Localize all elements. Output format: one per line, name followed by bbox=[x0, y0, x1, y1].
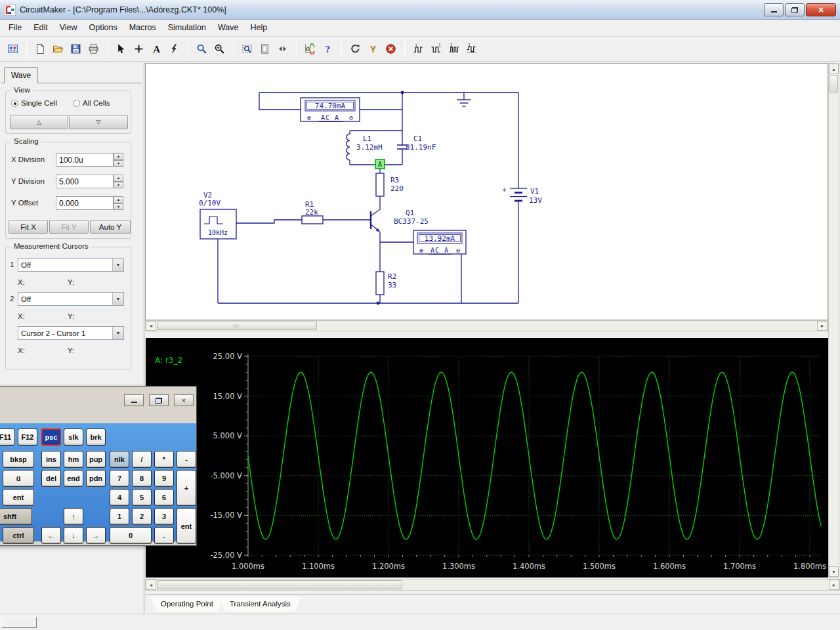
key-.[interactable]: . bbox=[154, 527, 174, 544]
key-3[interactable]: 3 bbox=[154, 508, 174, 525]
schematic-h-scrollbar[interactable]: ◄ ► bbox=[145, 320, 828, 331]
dropdown-arrow-icon[interactable]: ▼ bbox=[112, 259, 123, 271]
key-pup[interactable]: pup bbox=[86, 451, 106, 468]
key--[interactable]: - bbox=[177, 451, 196, 468]
keyboard-minimize-button[interactable] bbox=[124, 394, 144, 406]
y-offset-input[interactable]: 0.000 bbox=[56, 196, 114, 210]
key-nlk[interactable]: nlk bbox=[110, 451, 129, 468]
key-1[interactable]: 1 bbox=[110, 508, 129, 525]
dropdown-arrow-icon[interactable]: ▼ bbox=[112, 293, 123, 305]
y-division-input[interactable]: 5.000 bbox=[56, 175, 114, 188]
keyboard-close-button[interactable]: × bbox=[174, 394, 194, 406]
schematic-canvas[interactable]: 74.70mA ⊕ AC A ⊖ 13.92mA ⊕ AC A ⊖ L1 3.1… bbox=[146, 64, 828, 320]
key-end[interactable]: end bbox=[64, 470, 83, 487]
menu-item-wave[interactable]: Wave bbox=[212, 20, 245, 36]
key-→[interactable]: → bbox=[86, 527, 106, 544]
key-ent[interactable]: ent bbox=[3, 489, 34, 506]
key-brk[interactable]: brk bbox=[86, 429, 106, 446]
key-9[interactable]: 9 bbox=[154, 470, 174, 487]
spin-down-button[interactable]: ▼ bbox=[114, 160, 123, 167]
scroll-right-button[interactable]: ► bbox=[829, 579, 839, 590]
toolbar-pan-button[interactable] bbox=[274, 40, 291, 58]
key-hm[interactable]: hm bbox=[64, 451, 83, 468]
key-pdn[interactable]: pdn bbox=[86, 470, 106, 487]
scroll-right-button[interactable]: ► bbox=[817, 321, 828, 331]
battery-v1[interactable] bbox=[510, 188, 527, 201]
close-button[interactable]: × bbox=[806, 3, 836, 16]
toolbar-reset-simulation-button[interactable] bbox=[346, 40, 364, 58]
key-↑[interactable]: ↑ bbox=[64, 508, 83, 525]
resistor-r1[interactable] bbox=[302, 216, 323, 224]
auto-y-button[interactable]: Auto Y bbox=[90, 220, 131, 234]
cell-up-button[interactable]: △ bbox=[10, 115, 68, 129]
toolbar-save-button[interactable] bbox=[67, 40, 85, 58]
scroll-thumb[interactable] bbox=[157, 322, 317, 330]
all-cells-radio[interactable] bbox=[73, 100, 80, 107]
minimize-button[interactable] bbox=[764, 3, 784, 16]
key-ű[interactable]: ű bbox=[3, 470, 34, 487]
toolbar-help-button[interactable]: ? bbox=[319, 40, 337, 58]
cursor-diff-select[interactable]: Cursor 2 - Cursor 1 ▼ bbox=[18, 326, 124, 340]
menu-item-file[interactable]: File bbox=[3, 20, 28, 36]
toolbar-stop-simulation-button[interactable] bbox=[382, 40, 400, 58]
key-6[interactable]: 6 bbox=[154, 489, 174, 506]
virtual-keyboard-window[interactable]: × F11F12pscslkbrkbkspinshmpupnlk/*-űdele… bbox=[0, 386, 197, 546]
tab-transient-analysis[interactable]: Transient Analysis bbox=[219, 597, 301, 612]
single-cell-radio[interactable] bbox=[11, 100, 18, 107]
toolbar-run-analyses-button[interactable] bbox=[301, 40, 319, 58]
toolbar-text-tool-button[interactable]: A bbox=[148, 40, 165, 58]
toolbar-zoom-page-button[interactable] bbox=[256, 40, 274, 58]
scroll-down-button[interactable]: ▼ bbox=[829, 566, 839, 577]
toolbar-add-button[interactable] bbox=[130, 40, 148, 58]
key-ctrl[interactable]: ctrl bbox=[3, 527, 34, 544]
key-F12[interactable]: F12 bbox=[18, 429, 37, 446]
menu-item-help[interactable]: Help bbox=[245, 20, 274, 36]
toolbar-zoom-select-button[interactable] bbox=[238, 40, 256, 58]
spin-up-button[interactable]: ▲ bbox=[114, 153, 123, 160]
menu-item-macros[interactable]: Macros bbox=[123, 20, 162, 36]
key-8[interactable]: 8 bbox=[132, 470, 152, 487]
key-slk[interactable]: slk bbox=[64, 429, 83, 446]
toolbar-wire-tool-button[interactable] bbox=[165, 40, 183, 58]
key-/[interactable]: / bbox=[132, 451, 152, 468]
toolbar-zoom-tool-button[interactable] bbox=[211, 40, 228, 58]
key-del[interactable]: del bbox=[41, 470, 61, 487]
key-↓[interactable]: ↓ bbox=[64, 527, 83, 544]
resistor-r2[interactable] bbox=[376, 272, 384, 295]
vertical-scrollbar[interactable]: ▲ ▼ bbox=[828, 63, 839, 578]
dropdown-arrow-icon[interactable]: ▼ bbox=[112, 327, 123, 339]
key-bksp[interactable]: bksp bbox=[3, 451, 34, 468]
menu-item-edit[interactable]: Edit bbox=[28, 20, 54, 36]
toolbar-digital-trace-4-button[interactable]: 1 bbox=[463, 40, 480, 58]
toolbar-digital-trace-3-button[interactable]: 1 bbox=[445, 40, 463, 58]
key-ent[interactable]: ent bbox=[177, 508, 196, 544]
cell-down-button[interactable]: ▽ bbox=[69, 115, 128, 129]
spin-down-button[interactable]: ▼ bbox=[114, 203, 123, 211]
key-*[interactable]: * bbox=[154, 451, 174, 468]
toolbar-y-probe-button[interactable]: Y bbox=[364, 40, 382, 58]
toolbar-print-button[interactable] bbox=[85, 40, 102, 58]
schematic-area[interactable]: 74.70mA ⊕ AC A ⊖ 13.92mA ⊕ AC A ⊖ L1 3.1… bbox=[145, 63, 828, 320]
cursor2-select[interactable]: Off ▼ bbox=[18, 292, 124, 306]
toolbar-digital-trace-2-button[interactable]: 1 bbox=[427, 40, 445, 58]
spin-up-button[interactable]: ▲ bbox=[114, 196, 123, 203]
spin-down-button[interactable]: ▼ bbox=[114, 182, 123, 189]
toolbar-digital-trace-1-button[interactable]: 1 bbox=[410, 40, 427, 58]
key-5[interactable]: 5 bbox=[132, 489, 152, 506]
tab-wave[interactable]: Wave bbox=[4, 67, 38, 83]
waveform-panel[interactable]: 25.00 V15.00 V5.000 V-5.000 V-15.00 V-25… bbox=[146, 338, 828, 578]
scroll-up-button[interactable]: ▲ bbox=[829, 64, 839, 74]
key-ins[interactable]: ins bbox=[41, 451, 61, 468]
fit-x-button[interactable]: Fit X bbox=[9, 220, 48, 234]
menu-item-view[interactable]: View bbox=[54, 20, 83, 36]
key-4[interactable]: 4 bbox=[110, 489, 129, 506]
toolbar-probe-tool-button[interactable] bbox=[193, 40, 211, 58]
inductor-l1[interactable] bbox=[346, 134, 350, 160]
menu-item-simulation[interactable]: Simulation bbox=[162, 20, 212, 36]
key-shft[interactable]: shft bbox=[0, 508, 32, 525]
scroll-thumb[interactable] bbox=[830, 75, 838, 93]
key-+[interactable]: + bbox=[177, 470, 196, 506]
toolbar-pcb-board-button[interactable] bbox=[4, 40, 22, 58]
restore-button[interactable] bbox=[785, 3, 805, 16]
x-division-input[interactable]: 100.0u bbox=[56, 153, 114, 167]
